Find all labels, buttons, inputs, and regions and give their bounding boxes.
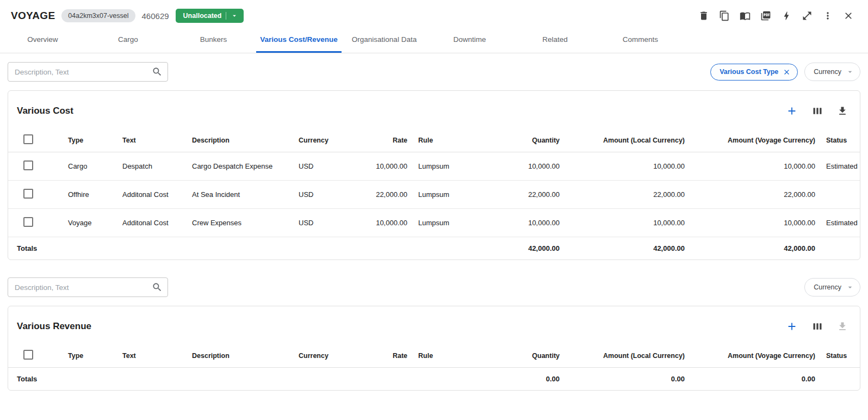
column-header-amount-voyage: Amount (Voyage Currency)	[690, 344, 821, 367]
copy-icon	[719, 10, 730, 21]
table-row[interactable]: Cargo Despatch Cargo Despatch Expense US…	[8, 152, 860, 180]
vessel-chip: 04a2km3x07-vessel	[61, 9, 135, 22]
add-revenue-button[interactable]	[783, 317, 801, 336]
more-options-button[interactable]	[819, 7, 836, 24]
various-cost-card-header: Various Cost	[8, 91, 860, 129]
actions-button[interactable]	[778, 7, 795, 24]
cost-filter-controls: Various Cost Type Currency	[710, 63, 860, 81]
totals-label: Totals	[8, 367, 117, 390]
cell-amount-voyage: 10,000.00	[690, 152, 821, 180]
close-button[interactable]	[840, 7, 857, 24]
search-icon	[152, 282, 163, 293]
cost-download-button[interactable]	[834, 102, 851, 120]
column-header-status: Status	[821, 344, 860, 367]
revenue-filter-controls: Currency	[804, 278, 860, 297]
pdf-export-button[interactable]	[757, 7, 774, 24]
tab-cargo[interactable]: Cargo	[85, 28, 171, 53]
tab-related[interactable]: Related	[512, 28, 598, 53]
select-all-checkbox[interactable]	[23, 134, 33, 144]
cell-amount-voyage: 10,000.00	[690, 208, 821, 237]
tab-organisational-data[interactable]: Organisational Data	[342, 28, 427, 53]
cell-rate: 22,000.00	[353, 180, 413, 208]
copy-button[interactable]	[716, 7, 733, 24]
page-title: VOYAGE	[11, 10, 55, 22]
cell-text: Despatch	[117, 152, 187, 180]
revenue-table-header-row: Type Text Description Currency Rate Rule…	[8, 344, 860, 367]
revenue-totals-row: Totals 0.00 0.00 0.00	[8, 367, 860, 390]
cell-amount-local: 10,000.00	[565, 152, 690, 180]
cell-type: Cargo	[63, 152, 117, 180]
totals-label: Totals	[8, 237, 117, 260]
delete-button[interactable]	[695, 7, 712, 24]
cell-rule: Lumpsum	[413, 208, 478, 237]
tab-bunkers[interactable]: Bunkers	[171, 28, 256, 53]
cell-amount-voyage: 22,000.00	[690, 180, 821, 208]
tab-overview[interactable]: Overview	[0, 28, 85, 53]
totals-amount-local: 0.00	[565, 367, 690, 390]
chevron-down-icon	[846, 283, 854, 292]
chip-close-icon[interactable]	[783, 68, 791, 76]
tab-various-cost-revenue[interactable]: Various Cost/Revenue	[256, 28, 342, 53]
chevron-down-icon	[231, 12, 238, 20]
column-header-currency: Currency	[293, 344, 353, 367]
cost-columns-button[interactable]	[809, 102, 826, 120]
cell-description: Cargo Despatch Expense	[187, 152, 293, 180]
column-header-status: Status	[821, 129, 860, 152]
cell-rate: 10,000.00	[353, 208, 413, 237]
revenue-columns-button[interactable]	[809, 318, 826, 335]
row-checkbox[interactable]	[23, 160, 33, 170]
cell-type: Offhire	[63, 180, 117, 208]
revenue-search-input[interactable]	[8, 277, 168, 297]
download-icon	[837, 321, 848, 332]
column-header-amount-local: Amount (Local Currency)	[565, 129, 690, 152]
header-left: VOYAGE 04a2km3x07-vessel 460629 Unalloca…	[11, 9, 244, 23]
tab-bar: Overview Cargo Bunkers Various Cost/Reve…	[0, 28, 868, 53]
column-header-type: Type	[63, 344, 117, 367]
cell-status	[821, 180, 860, 208]
add-cost-button[interactable]	[783, 102, 801, 120]
voyage-window: VOYAGE 04a2km3x07-vessel 460629 Unalloca…	[0, 0, 868, 391]
cell-rate: 10,000.00	[353, 152, 413, 180]
columns-icon	[812, 321, 823, 332]
cost-search-input[interactable]	[8, 62, 168, 82]
various-revenue-card: Various Revenue Type	[8, 306, 860, 391]
tab-downtime[interactable]: Downtime	[427, 28, 512, 53]
column-header-text: Text	[117, 344, 187, 367]
tab-comments[interactable]: Comments	[598, 28, 683, 53]
bolt-icon	[781, 10, 792, 21]
cell-description: At Sea Incident	[187, 180, 293, 208]
column-header-text: Text	[117, 129, 187, 152]
various-cost-title: Various Cost	[17, 106, 73, 116]
row-checkbox[interactable]	[23, 217, 33, 227]
status-badge[interactable]: Unallocated	[176, 9, 244, 23]
plus-icon	[786, 320, 798, 332]
column-header-type: Type	[63, 129, 117, 152]
row-checkbox[interactable]	[23, 189, 33, 199]
column-header-rate: Rate	[353, 129, 413, 152]
cell-quantity: 10,000.00	[478, 152, 565, 180]
cell-currency: USD	[293, 152, 353, 180]
report-button[interactable]	[736, 7, 754, 24]
column-header-description: Description	[187, 129, 293, 152]
cost-currency-filter[interactable]: Currency	[804, 63, 860, 81]
revenue-download-button[interactable]	[834, 318, 851, 335]
column-header-description: Description	[187, 344, 293, 367]
revenue-currency-filter[interactable]: Currency	[804, 278, 860, 297]
various-revenue-card-header: Various Revenue	[8, 306, 860, 344]
column-header-rule: Rule	[413, 344, 478, 367]
cell-amount-local: 22,000.00	[565, 180, 690, 208]
book-icon	[740, 10, 751, 21]
chevron-down-icon	[846, 67, 854, 76]
various-cost-card: Various Cost Type T	[8, 90, 860, 260]
table-row[interactable]: Voyage Additonal Cost Crew Expenses USD …	[8, 208, 860, 237]
select-all-checkbox[interactable]	[23, 350, 33, 360]
cell-type: Voyage	[63, 208, 117, 237]
table-row[interactable]: Offhire Additonal Cost At Sea Incident U…	[8, 180, 860, 208]
voyage-number: 460629	[142, 11, 169, 21]
expand-button[interactable]	[798, 7, 816, 24]
filter-chip-various-cost-type[interactable]: Various Cost Type	[710, 64, 798, 81]
various-revenue-table: Type Text Description Currency Rate Rule…	[8, 344, 860, 390]
various-cost-table: Type Text Description Currency Rate Rule…	[8, 129, 860, 260]
totals-quantity: 42,000.00	[478, 237, 565, 260]
revenue-search-box	[8, 277, 168, 297]
